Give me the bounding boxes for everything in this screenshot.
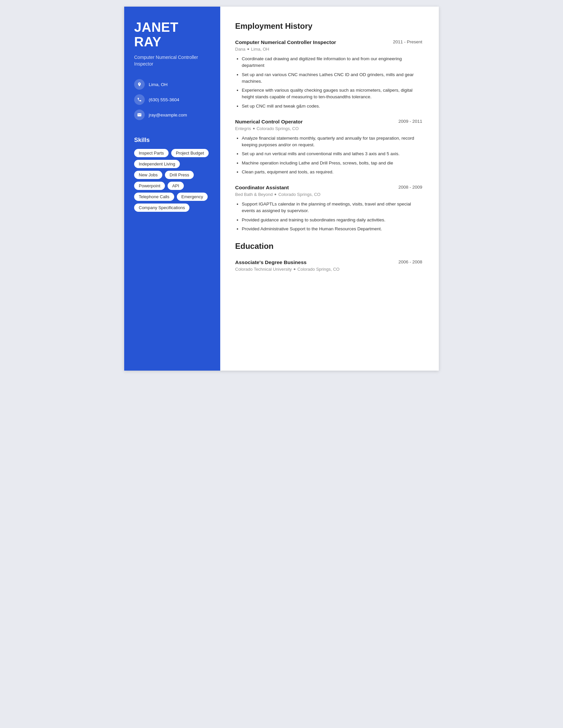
job-meta: DanaLima, OH [235,47,422,52]
job-item: Coordinator Assistant2008 - 2009Bed Bath… [235,185,422,232]
job-company: Dana [235,47,245,52]
job-item: Numerical Control Operator2009 - 2011Ent… [235,119,422,175]
skill-tag: Independent Living [134,160,180,168]
education-item: Associate's Degree Business2006 - 2008Co… [235,259,422,272]
edu-degree: Associate's Degree Business [235,259,307,265]
education-section: Education Associate's Degree Business200… [235,242,422,272]
job-meta: Bed Bath & BeyondColorado Springs, CO [235,192,422,197]
job-bullet: Experience with various quality checking… [242,87,422,101]
jobs-list: Computer Numerical Controller Inspector2… [235,39,422,232]
separator-dot [247,48,249,50]
job-title: Coordinator Assistant [235,185,289,191]
location-icon [134,79,145,90]
candidate-title: Computer Numerical Controller Inspector [134,54,210,67]
employment-heading: Employment History [235,22,422,33]
job-title: Computer Numerical Controller Inspector [235,39,336,45]
skill-tag: Inspect Parts [134,149,168,157]
job-bullets: Support IGAPTLs calendar in the planning… [235,201,422,232]
education-heading: Education [235,242,422,253]
edu-meta: Colorado Technical UniversityColorado Sp… [235,267,422,272]
job-header: Numerical Control Operator2009 - 2011 [235,119,422,125]
contact-email: jray@example.com [134,110,210,120]
education-list: Associate's Degree Business2006 - 2008Co… [235,259,422,272]
job-bullets: Coordinate cad drawing and digitized fil… [235,56,422,110]
job-location: Lima, OH [251,47,269,52]
skill-tag: New Jobs [134,171,162,179]
job-bullet: Set up and ran various CNC machines Lath… [242,71,422,85]
contact-phone: (630) 555-3604 [134,94,210,105]
candidate-name: JANET RAY [134,20,210,49]
job-bullet: Coordinate cad drawing and digitized fil… [242,56,422,69]
edu-location: Colorado Springs, CO [298,267,340,272]
separator-dot [253,128,255,129]
job-company: Entegris [235,126,251,131]
skill-tag: Project Budget [171,149,209,157]
job-location: Colorado Springs, CO [278,192,320,197]
phone-icon [134,94,145,105]
job-company: Bed Bath & Beyond [235,192,272,197]
edu-header: Associate's Degree Business2006 - 2008 [235,259,422,265]
edu-school: Colorado Technical University [235,267,292,272]
resume-container: JANET RAY Computer Numerical Controller … [124,7,439,371]
main-content: Employment History Computer Numerical Co… [220,7,439,371]
skill-tag: Company Specifications [134,204,189,212]
job-bullet: Clean parts, equipment and tools, as req… [242,169,422,175]
edu-dates: 2006 - 2008 [399,259,422,264]
job-dates: 2009 - 2011 [399,119,422,124]
job-header: Computer Numerical Controller Inspector2… [235,39,422,45]
email-icon [134,110,145,120]
job-bullet: Analyze financial statements monthly, qu… [242,135,422,149]
separator-dot [294,268,296,270]
job-bullet: Machine operation including Lathe and Dr… [242,160,422,166]
job-dates: 2011 - Present [393,39,422,44]
skills-heading: Skills [134,137,210,144]
sidebar: JANET RAY Computer Numerical Controller … [124,7,220,371]
separator-dot [274,194,276,195]
job-header: Coordinator Assistant2008 - 2009 [235,185,422,191]
job-bullet: Set up and run vertical mills and conven… [242,151,422,157]
job-bullets: Analyze financial statements monthly, qu… [235,135,422,175]
skills-section: Skills Inspect PartsProject BudgetIndepe… [134,137,210,212]
skill-tag: Drill Press [165,171,194,179]
job-bullet: Provided Administrative Support to the H… [242,226,422,232]
skills-tags: Inspect PartsProject BudgetIndependent L… [134,149,210,212]
job-item: Computer Numerical Controller Inspector2… [235,39,422,110]
skill-tag: API [167,182,184,190]
skill-tag: Emergency [177,193,208,201]
job-meta: EntegrisColorado Springs, CO [235,126,422,131]
contact-location: Lima, OH [134,79,210,90]
contact-section: Lima, OH (630) 555-3604 jray@example.com [134,79,210,120]
skill-tag: Powerpoint [134,182,165,190]
job-dates: 2008 - 2009 [399,185,422,190]
skill-tag: Telephone Calls [134,193,174,201]
job-bullet: Provided guidance and training to subord… [242,217,422,223]
job-location: Colorado Springs, CO [257,126,299,131]
job-title: Numerical Control Operator [235,119,303,125]
job-bullet: Support IGAPTLs calendar in the planning… [242,201,422,214]
job-bullet: Set up CNC mill and tweak g&m codes. [242,103,422,110]
